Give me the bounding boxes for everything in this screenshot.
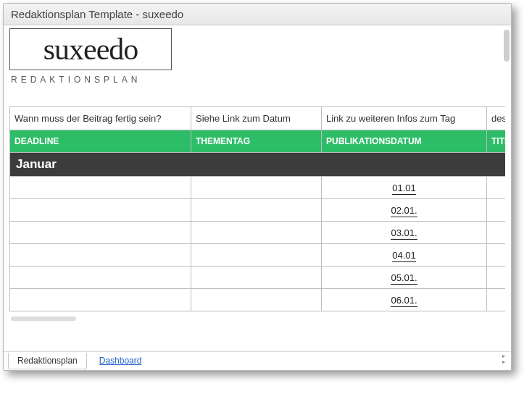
tab-dashboard[interactable]: Dashboard [90, 353, 151, 369]
cell-pub[interactable]: 06.01. [322, 289, 487, 311]
cell-deadline[interactable] [10, 267, 191, 289]
brand-subtitle: REDAKTIONSPLAN [11, 75, 505, 85]
plan-table: Wann muss der Beitrag fertig sein? Siehe… [9, 106, 505, 311]
header-row: DEADLINE THEMENTAG PUBLIKATIONSDATUM TIT… [10, 130, 506, 153]
month-row: Januar [10, 153, 506, 177]
sheet-tabs: Redaktionsplan Dashboard ▸ ▸ [4, 351, 511, 370]
publication-date-link[interactable]: 06.01. [391, 295, 417, 307]
cell-thementag[interactable] [191, 199, 322, 222]
cell-thementag[interactable] [191, 244, 322, 267]
desc-deadline[interactable]: Wann muss der Beitrag fertig sein? [10, 107, 191, 130]
publication-date-link[interactable]: 01.01 [392, 183, 416, 195]
table-row: 04.01 [10, 244, 506, 267]
header-deadline[interactable]: DEADLINE [10, 130, 191, 153]
publication-date-link[interactable]: 05.01. [391, 272, 417, 285]
cell-titel[interactable] [487, 244, 506, 267]
desc-publikation[interactable]: Link zu weiteren Infos zum Tag [322, 107, 487, 130]
publication-date-link[interactable]: 04.01 [392, 250, 416, 262]
brand-logo: suxeedo [9, 28, 172, 70]
cell-pub[interactable]: 04.01 [322, 244, 487, 267]
cell-thementag[interactable] [191, 177, 322, 199]
cell-titel[interactable] [487, 267, 506, 289]
cell-pub[interactable]: 01.01 [322, 177, 487, 199]
horizontal-scrollbar-thumb[interactable] [11, 317, 76, 321]
logo-text: suxeedo [43, 32, 138, 67]
month-cell[interactable]: Januar [10, 153, 506, 177]
publication-date-link[interactable]: 02.01. [391, 205, 417, 217]
description-row: Wann muss der Beitrag fertig sein? Siehe… [10, 107, 506, 130]
cell-thementag[interactable] [191, 267, 322, 289]
table-row: 02.01. [10, 199, 506, 222]
window-title: Redaktionsplan Template - suxeedo [4, 4, 511, 25]
horizontal-scrollbar[interactable] [9, 316, 505, 323]
table-row: 03.01. [10, 222, 506, 244]
chevron-right-icon[interactable]: ▸ [502, 359, 505, 365]
desc-thementag[interactable]: Siehe Link zum Datum [191, 107, 322, 130]
app-window: Redaktionsplan Template - suxeedo suxeed… [3, 3, 512, 371]
cell-titel[interactable] [487, 289, 506, 311]
cell-thementag[interactable] [191, 289, 322, 311]
cell-deadline[interactable] [10, 244, 191, 267]
cell-deadline[interactable] [10, 222, 191, 244]
table-row: 05.01. [10, 267, 506, 289]
table-row: 01.01 [10, 177, 506, 199]
cell-deadline[interactable] [10, 199, 191, 222]
header-titel[interactable]: TITEL [487, 130, 506, 153]
cell-titel[interactable] [487, 222, 506, 244]
cell-titel[interactable] [487, 199, 506, 222]
cell-pub[interactable]: 02.01. [322, 199, 487, 222]
vertical-scrollbar-thumb[interactable] [504, 30, 510, 62]
content-area: suxeedo REDAKTIONSPLAN Wann muss der Bei… [4, 25, 511, 351]
cell-deadline[interactable] [10, 289, 191, 311]
cell-pub[interactable]: 05.01. [322, 267, 487, 289]
tab-nav-arrows[interactable]: ▸ ▸ [502, 353, 505, 365]
header-thementag[interactable]: THEMENTAG [191, 130, 322, 153]
cell-deadline[interactable] [10, 177, 191, 199]
tab-redaktionsplan[interactable]: Redaktionsplan [8, 353, 87, 369]
desc-titel[interactable]: des Beitra [487, 107, 506, 130]
spreadsheet: Wann muss der Beitrag fertig sein? Siehe… [9, 106, 505, 311]
publication-date-link[interactable]: 03.01. [391, 227, 417, 240]
table-row: 06.01. [10, 289, 506, 311]
cell-pub[interactable]: 03.01. [322, 222, 487, 244]
title-text: Redaktionsplan Template - suxeedo [11, 8, 183, 20]
cell-titel[interactable] [487, 177, 506, 199]
header-publikation[interactable]: PUBLIKATIONSDATUM [322, 130, 487, 153]
cell-thementag[interactable] [191, 222, 322, 244]
